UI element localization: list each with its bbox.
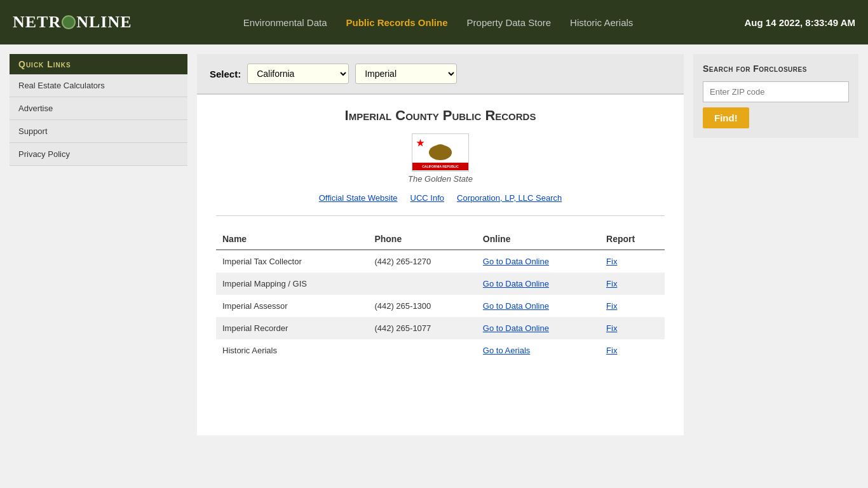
navigation: Environmental Data Public Records Online… bbox=[243, 17, 634, 28]
svg-point-6 bbox=[440, 145, 444, 149]
zip-input[interactable] bbox=[703, 81, 849, 102]
fix-link[interactable]: Fix bbox=[606, 257, 617, 266]
records-table-body: Imperial Tax Collector(442) 265-1270Go t… bbox=[216, 250, 665, 362]
corporation-search-link[interactable]: Corporation, LP, LLC Search bbox=[457, 193, 562, 203]
online-link[interactable]: Go to Data Online bbox=[483, 323, 549, 333]
col-report: Report bbox=[600, 229, 665, 250]
state-flag: ★ CALIFORNIA REPUBLIC The Golden State bbox=[216, 133, 665, 184]
record-name: Historic Aerials bbox=[216, 339, 368, 362]
county-select[interactable]: Imperial bbox=[355, 64, 457, 84]
right-panel: Search for Forclosures Find! bbox=[693, 54, 858, 435]
record-online[interactable]: Go to Aerials bbox=[477, 339, 600, 362]
header: NETRNLINE Environmental Data Public Reco… bbox=[0, 0, 868, 44]
record-phone: (442) 265-1300 bbox=[368, 295, 476, 317]
table-row: Imperial Assessor(442) 265-1300Go to Dat… bbox=[216, 295, 665, 317]
county-content: Imperial County Public Records ★ bbox=[197, 95, 684, 374]
online-link[interactable]: Go to Data Online bbox=[483, 301, 549, 311]
svg-point-5 bbox=[437, 145, 440, 149]
fix-link[interactable]: Fix bbox=[606, 301, 617, 311]
record-phone bbox=[368, 273, 476, 295]
record-name: Imperial Mapping / GIS bbox=[216, 273, 368, 295]
svg-text:★: ★ bbox=[416, 138, 424, 148]
county-title: Imperial County Public Records bbox=[216, 107, 665, 124]
online-link[interactable]: Go to Aerials bbox=[483, 346, 530, 355]
main-content: Select: California Imperial Imperial Cou… bbox=[197, 54, 684, 435]
record-name: Imperial Tax Collector bbox=[216, 250, 368, 273]
logo: NETRNLINE bbox=[13, 13, 132, 32]
fix-link[interactable]: Fix bbox=[606, 323, 617, 333]
table-row: Imperial Tax Collector(442) 265-1270Go t… bbox=[216, 250, 665, 273]
record-online[interactable]: Go to Data Online bbox=[477, 317, 600, 339]
col-phone: Phone bbox=[368, 229, 476, 250]
flag-image: ★ CALIFORNIA REPUBLIC bbox=[412, 133, 469, 172]
ucc-info-link[interactable]: UCC Info bbox=[410, 193, 444, 203]
table-row: Imperial Mapping / GISGo to Data OnlineF… bbox=[216, 273, 665, 295]
col-online: Online bbox=[477, 229, 600, 250]
find-button[interactable]: Find! bbox=[703, 107, 749, 128]
nav-public-records[interactable]: Public Records Online bbox=[346, 17, 448, 28]
record-online[interactable]: Go to Data Online bbox=[477, 273, 600, 295]
online-link[interactable]: Go to Data Online bbox=[483, 257, 549, 266]
table-row: Historic AerialsGo to AerialsFix bbox=[216, 339, 665, 362]
record-report[interactable]: Fix bbox=[600, 295, 665, 317]
record-online[interactable]: Go to Data Online bbox=[477, 295, 600, 317]
select-bar: Select: California Imperial bbox=[197, 54, 684, 95]
record-report[interactable]: Fix bbox=[600, 317, 665, 339]
record-phone bbox=[368, 339, 476, 362]
table-header-row: Name Phone Online Report bbox=[216, 229, 665, 250]
nav-historic-aerials[interactable]: Historic Aerials bbox=[570, 17, 633, 28]
record-online[interactable]: Go to Data Online bbox=[477, 250, 600, 273]
record-report[interactable]: Fix bbox=[600, 250, 665, 273]
select-label: Select: bbox=[210, 69, 241, 79]
record-phone: (442) 265-1077 bbox=[368, 317, 476, 339]
quick-links-header: Quick Links bbox=[10, 54, 187, 74]
svg-text:CALIFORNIA REPUBLIC: CALIFORNIA REPUBLIC bbox=[422, 165, 459, 168]
record-report[interactable]: Fix bbox=[600, 339, 665, 362]
col-name: Name bbox=[216, 229, 368, 250]
sidebar-item-real-estate[interactable]: Real Estate Calculators bbox=[10, 74, 187, 97]
flag-caption: The Golden State bbox=[408, 174, 473, 184]
state-select[interactable]: California bbox=[247, 64, 349, 84]
record-phone: (442) 265-1270 bbox=[368, 250, 476, 273]
nav-property-data[interactable]: Property Data Store bbox=[467, 17, 552, 28]
sidebar-item-support[interactable]: Support bbox=[10, 120, 187, 143]
foreclosure-box: Search for Forclosures Find! bbox=[693, 54, 858, 138]
nav-environmental-data[interactable]: Environmental Data bbox=[243, 17, 327, 28]
records-table: Name Phone Online Report Imperial Tax Co… bbox=[216, 229, 665, 362]
record-name: Imperial Assessor bbox=[216, 295, 368, 317]
sidebar: Quick Links Real Estate Calculators Adve… bbox=[10, 54, 187, 435]
foreclosure-title: Search for Forclosures bbox=[703, 64, 849, 74]
state-links: Official State Website UCC Info Corporat… bbox=[216, 193, 665, 216]
main-layout: Quick Links Real Estate Calculators Adve… bbox=[0, 44, 868, 445]
record-name: Imperial Recorder bbox=[216, 317, 368, 339]
fix-link[interactable]: Fix bbox=[606, 279, 617, 288]
online-link[interactable]: Go to Data Online bbox=[483, 279, 549, 288]
datetime-display: Aug 14 2022, 8:33:49 AM bbox=[744, 17, 855, 28]
table-row: Imperial Recorder(442) 265-1077Go to Dat… bbox=[216, 317, 665, 339]
globe-icon bbox=[62, 15, 76, 29]
record-report[interactable]: Fix bbox=[600, 273, 665, 295]
fix-link[interactable]: Fix bbox=[606, 346, 617, 355]
svg-point-4 bbox=[435, 144, 446, 153]
sidebar-item-advertise[interactable]: Advertise bbox=[10, 97, 187, 120]
sidebar-item-privacy[interactable]: Privacy Policy bbox=[10, 143, 187, 166]
official-state-link[interactable]: Official State Website bbox=[319, 193, 398, 203]
